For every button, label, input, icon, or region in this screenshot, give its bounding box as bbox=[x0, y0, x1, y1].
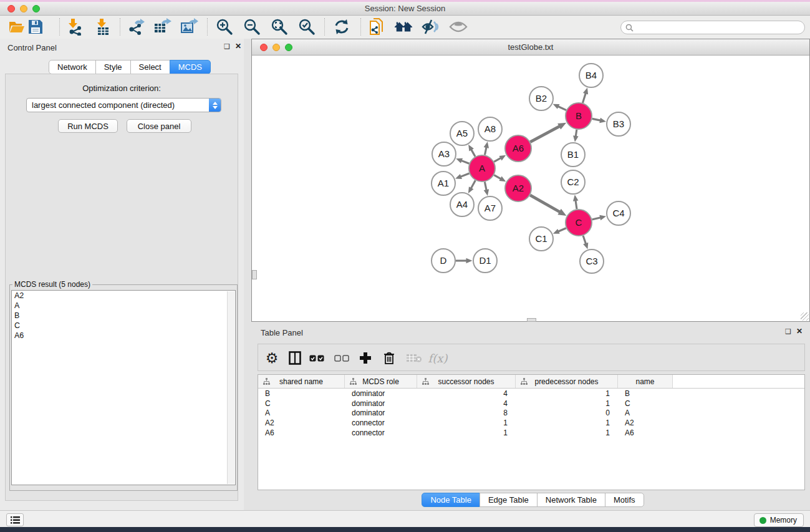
zoom-fit-icon[interactable] bbox=[270, 17, 289, 36]
table-row[interactable]: Adominator80A bbox=[258, 408, 804, 418]
toolbar-separator bbox=[360, 18, 361, 36]
cell: 8 bbox=[417, 409, 516, 417]
table-float-icon[interactable]: ❑ bbox=[785, 327, 791, 336]
table-row[interactable]: A6connector11A6 bbox=[258, 428, 804, 438]
memory-button[interactable]: Memory bbox=[754, 513, 804, 527]
edge-C-C4[interactable] bbox=[592, 218, 600, 220]
tab-select[interactable]: Select bbox=[130, 60, 170, 74]
result-item-a[interactable]: A bbox=[12, 301, 235, 311]
refresh-view-icon[interactable] bbox=[332, 17, 351, 36]
cell: 1 bbox=[417, 428, 516, 437]
cell: C bbox=[618, 399, 673, 408]
graph-node-label-A1: A1 bbox=[438, 178, 449, 188]
cell: dominator bbox=[345, 389, 417, 398]
table-tab-node-table[interactable]: Node Table bbox=[422, 493, 480, 507]
graphics-details-icon[interactable] bbox=[421, 17, 440, 36]
edge-A-A8[interactable] bbox=[485, 147, 486, 155]
table-options-icon[interactable]: ⚙ bbox=[263, 349, 281, 367]
tab-style[interactable]: Style bbox=[95, 60, 131, 74]
search-icon bbox=[625, 24, 634, 32]
reset-panels-home-icon[interactable] bbox=[394, 17, 413, 36]
edge-A-A6[interactable] bbox=[494, 158, 501, 162]
result-item-c[interactable]: C bbox=[12, 321, 235, 331]
task-history-button[interactable] bbox=[6, 513, 24, 526]
edge-A2-C[interactable] bbox=[530, 195, 560, 212]
bottom-scroll-thumb[interactable] bbox=[527, 318, 536, 322]
save-session-icon[interactable] bbox=[26, 17, 45, 36]
search-input[interactable] bbox=[634, 23, 804, 32]
table-close-icon[interactable]: ✕ bbox=[796, 327, 803, 336]
import-network-icon[interactable] bbox=[65, 17, 84, 36]
select-all-columns-icon[interactable] bbox=[307, 349, 326, 367]
edge-C-C3[interactable] bbox=[583, 236, 586, 244]
open-session-icon[interactable] bbox=[7, 17, 26, 36]
edge-A-A4[interactable] bbox=[471, 180, 475, 188]
edge-A-A3[interactable] bbox=[461, 160, 470, 163]
table-row[interactable]: A2connector11A2 bbox=[258, 418, 804, 428]
graph-node-label-D1: D1 bbox=[479, 255, 491, 266]
column-header-successor-nodes[interactable]: successor nodes bbox=[417, 375, 516, 388]
edge-B-B1[interactable] bbox=[576, 130, 577, 137]
unselect-all-columns-icon[interactable] bbox=[332, 349, 351, 367]
run-mcds-button[interactable]: Run MCDS bbox=[58, 119, 118, 133]
edge-arrowhead bbox=[456, 158, 463, 163]
edge-A-A7[interactable] bbox=[485, 182, 486, 191]
tab-mcds[interactable]: MCDS bbox=[170, 60, 211, 74]
table-tab-network-table[interactable]: Network Table bbox=[537, 493, 605, 507]
result-item-a6[interactable]: A6 bbox=[12, 331, 235, 341]
column-header-name[interactable]: name bbox=[618, 375, 673, 388]
close-panel-icon[interactable]: ✕ bbox=[235, 42, 241, 51]
main-toolbar bbox=[0, 16, 810, 39]
export-image-icon[interactable] bbox=[180, 17, 198, 36]
edge-arrowhead bbox=[583, 243, 588, 249]
resize-grip[interactable] bbox=[801, 312, 809, 321]
close-panel-button[interactable]: Close panel bbox=[127, 119, 191, 133]
export-network-icon[interactable] bbox=[127, 17, 145, 36]
create-column-icon[interactable] bbox=[356, 349, 375, 367]
delete-columns-icon[interactable] bbox=[380, 349, 398, 367]
table-row[interactable]: Bdominator41B bbox=[258, 389, 804, 399]
cell: C bbox=[258, 399, 345, 408]
tab-network[interactable]: Network bbox=[49, 60, 96, 74]
zoom-out-icon[interactable] bbox=[243, 17, 261, 36]
edge-B-B4[interactable] bbox=[582, 93, 586, 103]
result-item-b[interactable]: B bbox=[12, 311, 235, 321]
zoom-selected-icon[interactable] bbox=[297, 17, 316, 36]
import-table-icon[interactable] bbox=[94, 17, 112, 36]
app-title: Session: New Session bbox=[0, 4, 810, 13]
edge-C-C1[interactable] bbox=[558, 228, 566, 232]
result-item-a2[interactable]: A2 bbox=[12, 291, 235, 301]
result-scrollbar[interactable] bbox=[227, 291, 234, 484]
criterion-dropdown[interactable]: largest connected component (directed) bbox=[26, 98, 221, 112]
table-row[interactable]: Cdominator41C bbox=[258, 399, 804, 409]
left-scroll-thumb[interactable] bbox=[252, 270, 257, 279]
show-column-icon[interactable] bbox=[286, 349, 304, 367]
show-hide-eye-icon[interactable] bbox=[449, 17, 468, 36]
edge-B-B3[interactable] bbox=[592, 118, 601, 120]
edge-B-B2[interactable] bbox=[558, 106, 566, 110]
graph-node-label-A4: A4 bbox=[456, 199, 468, 210]
cell: 1 bbox=[516, 428, 618, 437]
network-canvas[interactable]: B4B2BB3A8A5A6A3B1AC2A1A2A4A7C4CC1DD1C3 bbox=[253, 56, 809, 321]
zoom-in-icon[interactable] bbox=[215, 17, 234, 36]
cell: A2 bbox=[618, 418, 673, 427]
edge-C-C2[interactable] bbox=[576, 200, 577, 209]
table-panel-title: Table Panel bbox=[261, 328, 303, 337]
column-header-MCDS-role[interactable]: MCDS role bbox=[345, 375, 417, 388]
clone-network-icon[interactable] bbox=[367, 17, 386, 36]
edge-A-A1[interactable] bbox=[461, 173, 470, 177]
export-table-icon[interactable] bbox=[153, 17, 171, 36]
column-header-shared-name[interactable]: shared name bbox=[258, 375, 345, 388]
float-panel-icon[interactable]: ❑ bbox=[224, 42, 230, 51]
cell: dominator bbox=[345, 409, 417, 417]
column-header-predecessor-nodes[interactable]: predecessor nodes bbox=[516, 375, 618, 388]
graph-node-label-B: B bbox=[576, 110, 582, 121]
table-tab-edge-table[interactable]: Edge Table bbox=[480, 493, 538, 507]
edge-arrowhead bbox=[455, 174, 462, 179]
edge-A-A2[interactable] bbox=[494, 175, 501, 179]
edge-A6-B[interactable] bbox=[530, 126, 559, 142]
table-tabs: Node TableEdge TableNetwork TableMotifs bbox=[422, 493, 644, 506]
graph-node-label-A: A bbox=[479, 163, 485, 173]
edge-A-A5[interactable] bbox=[471, 150, 475, 157]
table-tab-motifs[interactable]: Motifs bbox=[605, 493, 644, 507]
